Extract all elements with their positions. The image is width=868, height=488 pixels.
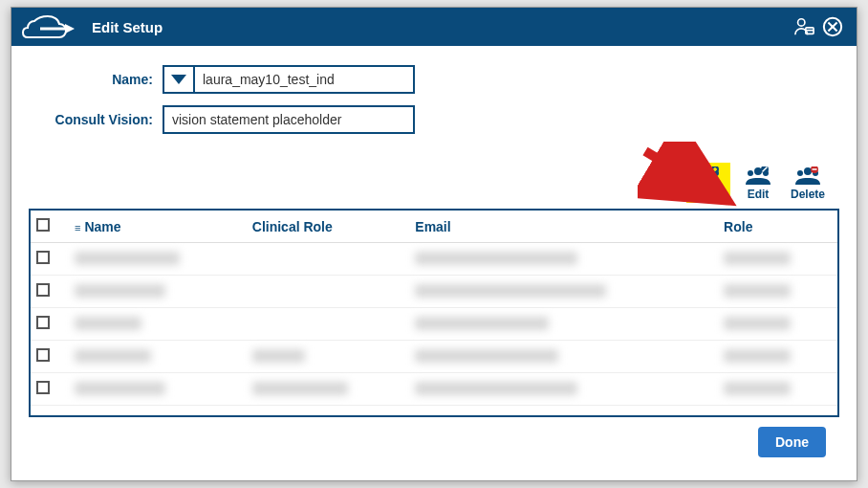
titlebar: Edit Setup bbox=[11, 8, 857, 46]
members-table-container: ≡Name Clinical Role Email Role xxxxxxxxx… bbox=[29, 209, 839, 417]
header-clinical-role[interactable]: Clinical Role bbox=[247, 211, 410, 243]
name-row: Name: bbox=[29, 65, 839, 94]
edit-people-icon bbox=[738, 166, 778, 186]
table-row[interactable]: xxxx bbox=[31, 341, 837, 373]
svg-point-9 bbox=[705, 167, 712, 175]
table-row[interactable]: xxx bbox=[31, 243, 837, 276]
row-checkbox[interactable] bbox=[36, 381, 50, 394]
members-table-scroll[interactable]: ≡Name Clinical Role Email Role xxxxxxxxx… bbox=[31, 211, 837, 415]
table-row[interactable]: xxx bbox=[31, 308, 837, 341]
dialog-content: Name: Consult Vision: bbox=[11, 46, 857, 480]
chevron-down-icon bbox=[170, 74, 187, 85]
table-body: xxxxxxxxxxxxxxxxx bbox=[31, 243, 837, 406]
vision-row: Consult Vision: bbox=[29, 105, 839, 134]
edit-setup-dialog: Edit Setup Name: bbox=[11, 7, 857, 481]
row-checkbox[interactable] bbox=[36, 316, 50, 329]
svg-point-10 bbox=[698, 170, 704, 176]
user-settings-icon[interactable] bbox=[790, 12, 818, 41]
svg-marker-8 bbox=[171, 75, 186, 84]
edit-button[interactable]: Edit bbox=[736, 163, 780, 203]
name-label: Name: bbox=[29, 72, 153, 87]
edit-label: Edit bbox=[738, 188, 778, 201]
done-button[interactable]: Done bbox=[758, 427, 826, 457]
name-input[interactable] bbox=[193, 65, 415, 94]
action-bar: Add Edit bbox=[29, 163, 839, 203]
row-checkbox[interactable] bbox=[36, 251, 50, 264]
cloud-arrow-icon bbox=[21, 13, 78, 40]
svg-point-20 bbox=[804, 167, 812, 175]
svg-point-16 bbox=[748, 170, 753, 176]
add-label: Add bbox=[688, 188, 728, 201]
close-icon[interactable] bbox=[818, 12, 847, 41]
svg-point-15 bbox=[754, 167, 762, 175]
header-name[interactable]: ≡Name bbox=[69, 211, 247, 243]
delete-people-icon bbox=[788, 166, 828, 186]
add-button[interactable]: Add bbox=[686, 163, 730, 203]
members-table: ≡Name Clinical Role Email Role xxxxxxxxx… bbox=[31, 211, 837, 406]
svg-point-2 bbox=[798, 19, 805, 26]
delete-button[interactable]: Delete bbox=[786, 163, 830, 203]
add-people-icon bbox=[688, 166, 728, 186]
row-checkbox[interactable] bbox=[36, 348, 50, 362]
delete-label: Delete bbox=[788, 188, 828, 201]
row-checkbox[interactable] bbox=[36, 283, 50, 297]
header-checkbox[interactable] bbox=[31, 211, 69, 243]
table-row[interactable]: xxx bbox=[31, 276, 837, 308]
svg-marker-1 bbox=[65, 24, 75, 33]
vision-label: Consult Vision: bbox=[29, 112, 153, 127]
name-dropdown-button[interactable] bbox=[163, 65, 195, 94]
header-role[interactable]: Role bbox=[718, 211, 837, 243]
table-header-row: ≡Name Clinical Role Email Role bbox=[31, 211, 837, 243]
vision-input[interactable] bbox=[163, 105, 415, 134]
svg-point-21 bbox=[797, 170, 803, 176]
header-email[interactable]: Email bbox=[409, 211, 718, 243]
sort-icon: ≡ bbox=[75, 222, 80, 233]
dialog-footer: Done bbox=[29, 417, 839, 457]
dialog-title: Edit Setup bbox=[92, 19, 163, 35]
table-row[interactable]: xxxx bbox=[31, 373, 837, 406]
